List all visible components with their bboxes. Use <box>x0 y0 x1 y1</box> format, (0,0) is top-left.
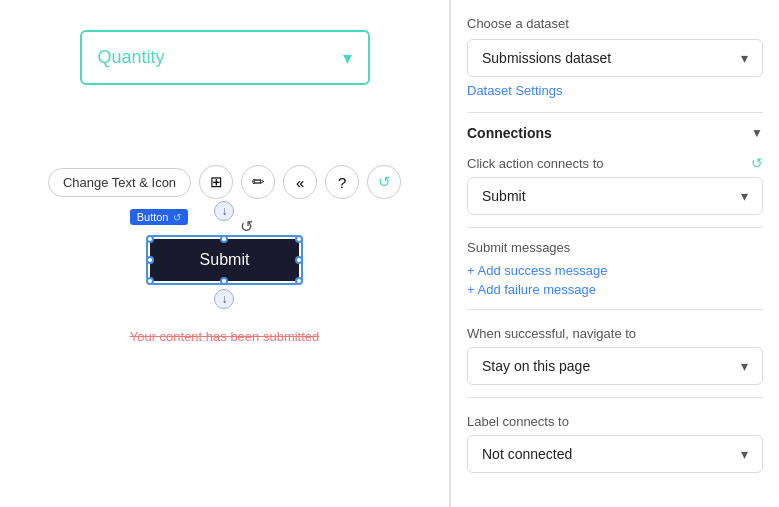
click-action-refresh-icon[interactable]: ↺ <box>751 155 763 171</box>
when-successful-value: Stay on this page <box>482 358 590 374</box>
dataset-chevron-icon: ▾ <box>741 50 748 66</box>
divider-4 <box>467 397 763 398</box>
button-tag-label: Button <box>137 211 169 223</box>
dataset-settings-link[interactable]: Dataset Settings <box>467 83 763 98</box>
connections-collapse-icon[interactable]: ▼ <box>751 126 763 140</box>
add-handle-bottom[interactable]: ↓ <box>214 289 234 309</box>
left-panel: Quantity ▾ Change Text & Icon ⊞ ✏ « ? ↺ … <box>0 0 450 507</box>
divider-1 <box>467 112 763 113</box>
divider-3 <box>467 309 763 310</box>
click-action-label: Click action connects to <box>467 156 604 171</box>
click-action-chevron-icon: ▾ <box>741 188 748 204</box>
help-icon: ? <box>338 174 346 191</box>
add-handle-top[interactable]: ↓ <box>214 201 234 221</box>
link-icon-button[interactable]: ↺ <box>367 165 401 199</box>
label-connects-chevron-icon: ▾ <box>741 446 748 462</box>
label-connects-dropdown[interactable]: Not connected ▾ <box>467 435 763 473</box>
label-connects-label: Label connects to <box>467 414 763 429</box>
back-icon-button[interactable]: « <box>283 165 317 199</box>
submit-button[interactable]: Submit <box>150 239 300 281</box>
button-tag: Button ↺ <box>130 209 188 225</box>
when-successful-label: When successful, navigate to <box>467 326 763 341</box>
change-text-button[interactable]: Change Text & Icon <box>48 168 191 197</box>
submit-messages-label: Submit messages <box>467 240 763 255</box>
quantity-label: Quantity <box>98 47 165 68</box>
when-successful-chevron-icon: ▾ <box>741 358 748 374</box>
link-icon: ↺ <box>378 173 391 191</box>
label-connects-value: Not connected <box>482 446 572 462</box>
layout-icon: ⊞ <box>210 173 223 191</box>
help-icon-button[interactable]: ? <box>325 165 359 199</box>
submitted-text: Your content has been submitted <box>130 329 320 344</box>
connections-header: Connections ▼ <box>467 125 763 141</box>
toolbar-row: Change Text & Icon ⊞ ✏ « ? ↺ <box>48 165 401 199</box>
tag-refresh-icon: ↺ <box>173 212 181 223</box>
button-wrapper: ↓ Button ↺ Submit ↓ <box>130 229 320 281</box>
click-action-dropdown[interactable]: Submit ▾ <box>467 177 763 215</box>
add-failure-message-link[interactable]: + Add failure message <box>467 282 763 297</box>
dataset-value: Submissions dataset <box>482 50 611 66</box>
pen-icon-button[interactable]: ✏ <box>241 165 275 199</box>
divider-2 <box>467 227 763 228</box>
chevron-down-icon: ▾ <box>343 47 352 69</box>
add-success-message-link[interactable]: + Add success message <box>467 263 763 278</box>
quantity-dropdown[interactable]: Quantity ▾ <box>80 30 370 85</box>
choose-dataset-label: Choose a dataset <box>467 16 763 31</box>
connections-title: Connections <box>467 125 552 141</box>
layout-icon-button[interactable]: ⊞ <box>199 165 233 199</box>
pen-icon: ✏ <box>252 173 265 191</box>
right-panel: Choose a dataset Submissions dataset ▾ D… <box>450 0 779 507</box>
when-successful-dropdown[interactable]: Stay on this page ▾ <box>467 347 763 385</box>
click-action-value: Submit <box>482 188 526 204</box>
back-icon: « <box>296 174 304 191</box>
dataset-dropdown[interactable]: Submissions dataset ▾ <box>467 39 763 77</box>
click-action-field: Click action connects to ↺ <box>467 155 763 171</box>
